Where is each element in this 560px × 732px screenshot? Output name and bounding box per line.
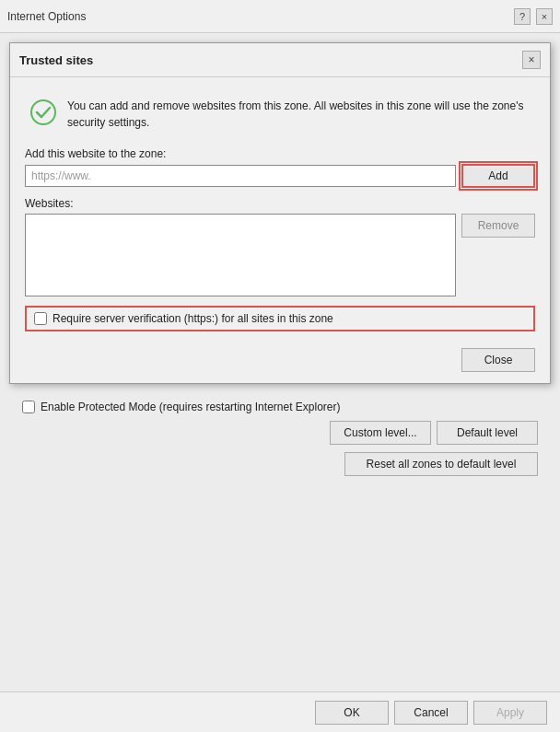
outer-window-title: Internet Options <box>7 10 86 23</box>
server-verification-label: Require server verification (https:) for… <box>52 312 333 325</box>
cancel-button[interactable]: Cancel <box>394 701 468 725</box>
websites-section: Websites: Remove <box>25 197 535 296</box>
add-website-section: Add this website to the zone: Add <box>25 147 535 188</box>
protected-mode-row: Enable Protected Mode (requires restarti… <box>22 401 538 413</box>
modal-close-button[interactable]: × <box>522 51 541 69</box>
trusted-sites-modal: Trusted sites × You can add and remove w… <box>9 42 551 384</box>
protected-mode-checkbox[interactable] <box>22 401 35 413</box>
checkmark-icon <box>30 99 56 125</box>
add-label: Add this website to the zone: <box>25 147 535 160</box>
protected-mode-label: Enable Protected Mode (requires restarti… <box>41 401 341 413</box>
server-verification-row: Require server verification (https:) for… <box>25 306 535 331</box>
reset-zones-button[interactable]: Reset all zones to default level <box>344 452 538 476</box>
custom-level-button[interactable]: Custom level... <box>330 421 431 445</box>
outer-titlebar: Internet Options ? × <box>0 0 560 33</box>
remove-button[interactable]: Remove <box>461 214 535 238</box>
info-text: You can add and remove websites from thi… <box>67 98 530 131</box>
modal-actions: Close <box>10 344 550 383</box>
ok-button[interactable]: OK <box>315 701 389 725</box>
server-verification-checkbox[interactable] <box>34 312 47 325</box>
modal-body: You can add and remove websites from thi… <box>10 77 550 344</box>
websites-list[interactable] <box>25 214 456 296</box>
options-body: Enable Protected Mode (requires restarti… <box>9 393 551 476</box>
svg-point-0 <box>31 100 55 124</box>
websites-list-row: Remove <box>25 214 535 296</box>
outer-window-controls: ? × <box>514 8 553 25</box>
websites-label: Websites: <box>25 197 535 210</box>
url-input[interactable] <box>25 165 456 187</box>
default-level-button[interactable]: Default level <box>437 421 538 445</box>
help-button[interactable]: ? <box>514 8 531 25</box>
close-outer-button[interactable]: × <box>536 8 553 25</box>
modal-close-action-button[interactable]: Close <box>461 348 535 372</box>
level-buttons: Custom level... Default level <box>22 421 538 445</box>
apply-button[interactable]: Apply <box>473 701 547 725</box>
modal-titlebar: Trusted sites × <box>10 43 550 77</box>
modal-title: Trusted sites <box>19 53 93 67</box>
info-area: You can add and remove websites from thi… <box>25 90 535 138</box>
add-row: Add <box>25 164 535 188</box>
outer-body: Trusted sites × You can add and remove w… <box>0 33 560 691</box>
add-button[interactable]: Add <box>461 164 535 188</box>
footer: OK Cancel Apply <box>0 691 560 732</box>
